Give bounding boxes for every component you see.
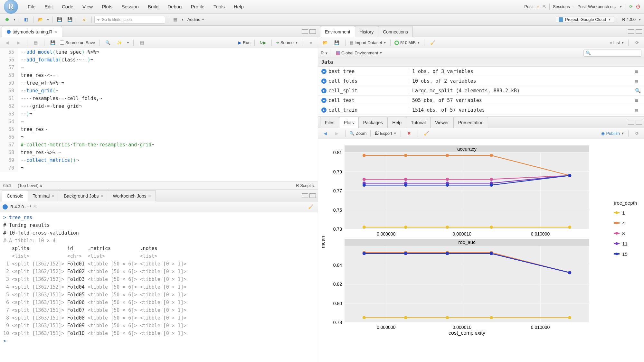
compile-button[interactable]: ▤ (137, 39, 147, 47)
tab-background-jobs[interactable]: Background Jobs✕ (59, 190, 108, 201)
refresh-plot-button[interactable]: ⟳ (632, 130, 641, 137)
tab-workbench-jobs[interactable]: Workbench Jobs✕ (108, 190, 156, 201)
workbench-link[interactable]: Posit Workbench o... (577, 4, 616, 9)
expand-icon[interactable]: ▶ (321, 79, 327, 84)
run-button[interactable]: ▶Run (238, 40, 251, 45)
forward-button[interactable]: ▶ (14, 39, 23, 47)
next-plot-button[interactable]: ▶ (332, 130, 341, 137)
goto-file-input[interactable]: ➜ Go to file/function (94, 16, 165, 23)
refresh-env-button[interactable]: ⟳ (632, 39, 641, 47)
menu-session[interactable]: Session (117, 2, 143, 11)
scope-selector[interactable]: (Top Level) ⇅ (18, 183, 42, 188)
close-icon[interactable]: ✕ (148, 194, 151, 198)
addins-menu[interactable]: Addins (187, 17, 200, 22)
export-menu[interactable]: 🖼Export▼ (374, 131, 396, 136)
grid-icon[interactable]: ▦ (171, 16, 180, 23)
menu-file[interactable]: File (23, 2, 40, 11)
minimize-pane-button[interactable] (302, 29, 308, 34)
tab-history[interactable]: History (355, 26, 379, 37)
chevron-down-icon[interactable]: ▼ (619, 5, 622, 8)
find-button[interactable]: 🔍 (103, 39, 112, 47)
source-tab[interactable]: tidymodels-tuning.R ✕ (2, 26, 62, 37)
source-on-save-checkbox[interactable]: Source on Save (60, 40, 95, 45)
menu-help[interactable]: Help (229, 2, 248, 11)
tab-help[interactable]: Help (387, 117, 406, 128)
maximize-pane-button[interactable] (309, 29, 316, 34)
grid-view-icon[interactable]: ▦ (635, 78, 644, 84)
minimize-env-button[interactable] (628, 29, 634, 34)
code-editor[interactable]: 55··add_model(tune_spec)·%>%¬56··add_for… (0, 48, 318, 181)
save-source-button[interactable]: 💾 (48, 39, 57, 47)
expand-icon[interactable]: ▶ (321, 69, 327, 74)
save-all-button[interactable]: 💾 (65, 16, 74, 23)
console-popout-icon[interactable]: ⇱ (33, 204, 37, 209)
menu-build[interactable]: Build (143, 2, 163, 11)
maximize-console-button[interactable] (309, 193, 316, 198)
clear-plots-button[interactable]: 🧹 (422, 130, 431, 137)
refresh-icon[interactable]: ⟳ (629, 4, 633, 9)
save-workspace-button[interactable]: 💾 (332, 39, 341, 47)
minimize-plots-button[interactable] (628, 120, 634, 125)
back-button[interactable]: ◀ (3, 39, 12, 47)
tab-files[interactable]: Files (320, 117, 339, 128)
maximize-env-button[interactable] (636, 29, 642, 34)
menu-view[interactable]: View (78, 2, 97, 11)
rerun-button[interactable]: ↻▶ (259, 39, 268, 47)
menu-plots[interactable]: Plots (97, 2, 117, 11)
expand-icon[interactable]: ▶ (321, 98, 327, 103)
minimize-console-button[interactable] (302, 193, 308, 198)
clear-env-button[interactable]: 🧹 (428, 39, 437, 47)
env-row[interactable]: ▶cell_splitLarge mc_split (4 elements, 8… (318, 86, 644, 96)
tab-presentation[interactable]: Presentation (453, 117, 488, 128)
env-search-input[interactable]: 🔍 (583, 50, 641, 57)
publish-menu[interactable]: ◉Publish▼ (601, 131, 624, 136)
menu-edit[interactable]: Edit (40, 2, 57, 11)
tab-packages[interactable]: Packages (358, 117, 388, 128)
language-selector[interactable]: R Script ⇅ (296, 183, 315, 188)
external-icon[interactable]: ⇱ (543, 4, 546, 9)
wand-button[interactable]: ✨ (115, 39, 124, 47)
remove-plot-button[interactable]: ✖ (405, 130, 414, 137)
r-version-menu[interactable]: R 4.3.0 (622, 17, 636, 22)
expand-icon[interactable]: ▶ (321, 88, 327, 93)
tab-environment[interactable]: Environment (320, 26, 355, 37)
print-button[interactable]: 🖨 (80, 16, 89, 23)
maximize-plots-button[interactable] (636, 120, 642, 125)
expand-icon[interactable]: ▶ (321, 107, 327, 113)
menu-code[interactable]: Code (57, 2, 78, 11)
zoom-button[interactable]: 🔍Zoom (349, 131, 366, 136)
env-row[interactable]: ▶cell_train1514 obs. of 57 variables▦ (318, 105, 644, 115)
view-mode-menu[interactable]: ≡List▼ (610, 40, 624, 45)
import-dataset-menu[interactable]: ▦Import Dataset▼ (349, 40, 386, 45)
close-tab-icon[interactable]: ✕ (54, 30, 57, 34)
new-project-button[interactable]: ◧ (22, 16, 31, 23)
tab-console[interactable]: Console (2, 190, 28, 201)
power-icon[interactable]: ⏻ (636, 4, 640, 9)
save-button[interactable]: 💾 (55, 16, 64, 23)
load-workspace-button[interactable]: 📂 (321, 39, 330, 47)
env-row[interactable]: ▶cell_test505 obs. of 57 variables▦ (318, 96, 644, 105)
tab-viewer[interactable]: Viewer (430, 117, 454, 128)
source-button[interactable]: ➜Source▼ (276, 40, 298, 45)
project-menu[interactable]: Project: Google Cloud ▼ (556, 16, 614, 23)
grid-view-icon[interactable]: ▦ (635, 107, 644, 113)
env-row[interactable]: ▶best_tree1 obs. of 3 variables▦ (318, 67, 644, 76)
tab-tutorial[interactable]: Tutorial (406, 117, 431, 128)
inspect-icon[interactable]: 🔍 (635, 88, 644, 94)
prev-plot-button[interactable]: ◀ (321, 130, 330, 137)
new-file-button[interactable] (3, 16, 12, 23)
env-scope-menu[interactable]: Global Environment▼ (336, 51, 383, 55)
sessions-link[interactable]: Sessions (553, 4, 570, 9)
console-output[interactable]: > tree_res# Tuning results# 10-fold cros… (0, 212, 318, 362)
tab-terminal[interactable]: Terminal✕ (28, 190, 59, 201)
tab-plots[interactable]: Plots (339, 117, 359, 128)
grid-view-icon[interactable]: ▦ (635, 97, 644, 103)
home-icon[interactable]: ⌂ (537, 4, 539, 9)
close-icon[interactable]: ✕ (52, 194, 54, 198)
env-row[interactable]: ▶cell_folds10 obs. of 2 variables▦ (318, 76, 644, 86)
show-doc-button[interactable]: ▤ (31, 39, 40, 47)
menu-debug[interactable]: Debug (163, 2, 186, 11)
outline-button[interactable]: ≡ (306, 39, 315, 47)
menu-profile[interactable]: Profile (186, 2, 209, 11)
open-file-button[interactable]: 📂 (36, 16, 45, 23)
